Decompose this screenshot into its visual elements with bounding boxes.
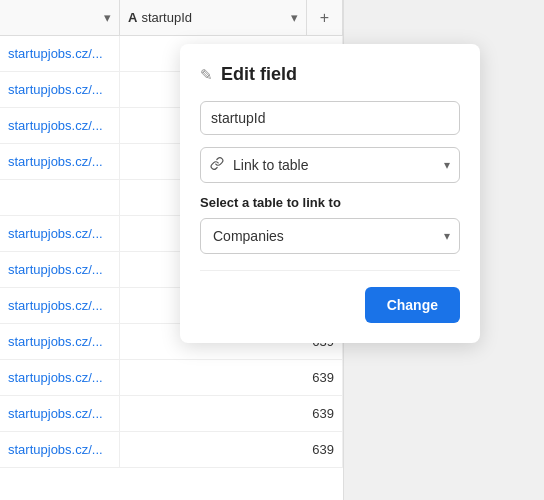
change-button[interactable]: Change <box>365 287 460 323</box>
panel-title: Edit field <box>221 64 297 85</box>
table-row: startupjobs.cz/... 639 <box>0 432 343 468</box>
col-left-header: ▾ <box>0 0 120 35</box>
panel-header: ✎ Edit field <box>200 64 460 85</box>
table-row: startupjobs.cz/... 639 <box>0 396 343 432</box>
link-section-label: Select a table to link to <box>200 195 460 210</box>
col-add-button[interactable]: + <box>307 0 343 35</box>
cell-url: startupjobs.cz/... <box>0 72 120 107</box>
cell-url: startupjobs.cz/... <box>0 144 120 179</box>
cell-url: startupjobs.cz/... <box>0 432 120 467</box>
col-startup-id-header[interactable]: A startupId ▾ <box>120 0 307 35</box>
table-row: startupjobs.cz/... 639 <box>0 360 343 396</box>
cell-url: startupjobs.cz/... <box>0 288 120 323</box>
cell-url: startupjobs.cz/... <box>0 360 120 395</box>
divider <box>200 270 460 271</box>
field-type-wrapper: Link to table ▾ <box>200 147 460 183</box>
linked-table-select[interactable]: Companies <box>200 218 460 254</box>
col-header-arrow[interactable]: ▾ <box>291 10 298 25</box>
table-header: ▾ A startupId ▾ + <box>0 0 343 36</box>
cell-url: startupjobs.cz/... <box>0 324 120 359</box>
cell-id: 639 <box>120 396 343 431</box>
col-header-label: startupId <box>141 10 192 25</box>
cell-url: startupjobs.cz/... <box>0 216 120 251</box>
edit-field-panel: ✎ Edit field Link to table ▾ Select a ta… <box>180 44 480 343</box>
cell-url: startupjobs.cz/... <box>0 108 120 143</box>
cell-url: startupjobs.cz/... <box>0 36 120 71</box>
cell-id: 639 <box>120 360 343 395</box>
field-name-input[interactable] <box>200 101 460 135</box>
cell-url: startupjobs.cz/... <box>0 396 120 431</box>
cell-url: startupjobs.cz/... <box>0 252 120 287</box>
pencil-icon: ✎ <box>200 66 213 84</box>
col-left-dropdown-icon[interactable]: ▾ <box>104 10 111 25</box>
cell-id: 639 <box>120 432 343 467</box>
linked-table-wrapper: Companies ▾ <box>200 218 460 254</box>
cell-url <box>0 180 120 215</box>
col-type-icon: A <box>128 10 137 25</box>
field-type-select[interactable]: Link to table <box>200 147 460 183</box>
